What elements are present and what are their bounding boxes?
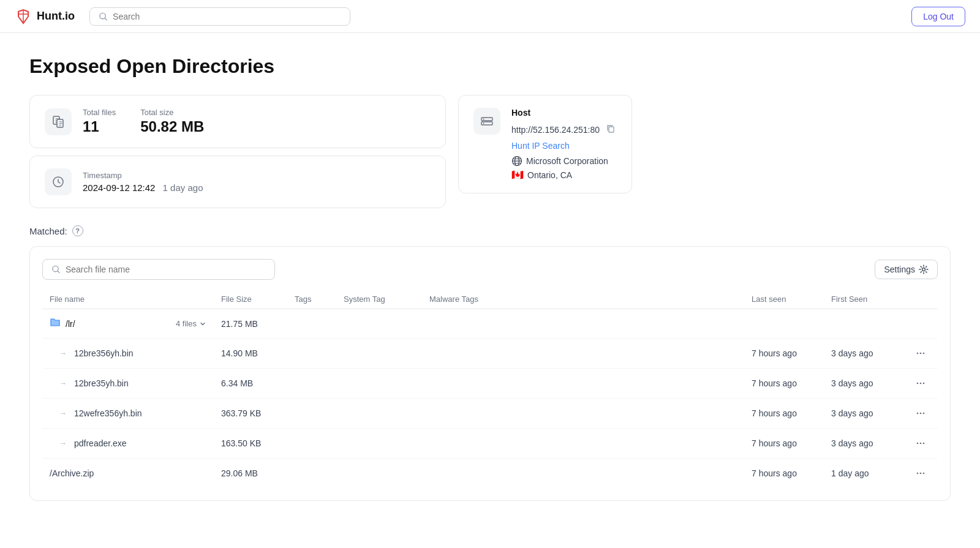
last-seen-cell: 7 hours ago (744, 459, 824, 489)
file-name-cell: /lr/ 4 files (42, 309, 214, 339)
ellipsis-icon (916, 438, 925, 448)
total-files-stat: Total files 11 (83, 108, 116, 135)
settings-button[interactable]: Settings (875, 260, 938, 279)
file-size-cell: 6.34 MB (214, 369, 287, 399)
logout-button[interactable]: Log Out (911, 7, 965, 26)
system-tag-cell (336, 459, 422, 489)
timestamp-card: Timestamp 2024-09-12 12:42 1 day ago (29, 156, 446, 208)
ellipsis-icon (916, 378, 925, 388)
svg-point-16 (917, 383, 919, 385)
svg-point-18 (923, 383, 925, 385)
col-filename: File name (42, 290, 214, 309)
malware-tags-cell (422, 309, 744, 339)
country-flag: 🇨🇦 (511, 169, 524, 181)
svg-point-19 (917, 413, 919, 415)
table-row: /lr/ 4 files 21.75 MB (42, 309, 938, 339)
svg-point-23 (920, 443, 922, 445)
last-seen-cell (744, 309, 824, 339)
table-header-row: File name File Size Tags System Tag Malw… (42, 290, 938, 309)
file-search-input[interactable] (66, 265, 266, 274)
file-name-cell: → pdfreader.exe (42, 429, 214, 459)
total-files-label: Total files (83, 108, 116, 117)
svg-point-27 (923, 473, 925, 475)
global-search-bar[interactable] (89, 7, 350, 26)
clock-icon (45, 168, 72, 195)
col-tags: Tags (287, 290, 336, 309)
table-row: → pdfreader.exe 163.50 KB7 hours ago3 da… (42, 429, 938, 459)
svg-point-7 (483, 123, 484, 124)
global-search-input[interactable] (113, 12, 341, 21)
host-url: http://52.156.24.251:80 (511, 125, 600, 135)
file-size-cell: 14.90 MB (214, 339, 287, 369)
malware-tags-cell (422, 339, 744, 369)
hunt-ip-search-link[interactable]: Hunt IP Search (511, 141, 617, 151)
tags-cell (287, 369, 336, 399)
help-icon[interactable]: ? (72, 225, 83, 236)
file-arrow-icon: → (59, 439, 67, 448)
svg-point-13 (917, 353, 919, 355)
total-size-value: 50.82 MB (140, 118, 204, 135)
actions-cell (903, 309, 938, 339)
col-filesize: File Size (214, 290, 287, 309)
actions-cell[interactable] (903, 339, 938, 369)
info-cards-row: Total files 11 Total size 50.82 MB (29, 95, 951, 208)
matched-row: Matched: ? (29, 225, 951, 236)
logo[interactable]: Hunt.io (15, 8, 75, 25)
host-org: Microsoft Corporation (526, 156, 608, 166)
logo-text: Hunt.io (37, 10, 75, 23)
actions-cell[interactable] (903, 369, 938, 399)
last-seen-cell: 7 hours ago (744, 339, 824, 369)
settings-label: Settings (884, 265, 915, 274)
file-size-cell: 163.50 KB (214, 429, 287, 459)
actions-cell[interactable] (903, 399, 938, 429)
first-seen-cell: 1 day ago (824, 459, 903, 489)
tags-cell (287, 429, 336, 459)
actions-cell[interactable] (903, 459, 938, 489)
system-tag-cell (336, 309, 422, 339)
timestamp-body: Timestamp 2024-09-12 12:42 1 day ago (83, 171, 431, 193)
files-section: Settings File name File Size Tags System… (29, 246, 951, 501)
file-search-bar[interactable] (42, 259, 275, 280)
more-actions-button[interactable] (911, 346, 930, 361)
first-seen-cell (824, 309, 903, 339)
page-title: Exposed Open Directories (29, 55, 951, 78)
folder-icon (50, 317, 61, 331)
host-url-row: http://52.156.24.251:80 (511, 122, 617, 137)
files-icon (45, 108, 72, 135)
more-actions-button[interactable] (911, 376, 930, 391)
svg-point-6 (483, 119, 484, 120)
host-card-body: Host http://52.156.24.251:80 Hunt IP Sea… (511, 108, 617, 181)
table-row: → 12bre356yh.bin 14.90 MB7 hours ago3 da… (42, 339, 938, 369)
main-content: Exposed Open Directories Total (0, 33, 980, 523)
tags-cell (287, 459, 336, 489)
col-actions (903, 290, 938, 309)
logo-icon (15, 8, 32, 25)
ellipsis-icon (916, 348, 925, 358)
host-location: Ontario, CA (527, 170, 572, 180)
svg-point-21 (923, 413, 925, 415)
copy-url-button[interactable] (605, 122, 617, 137)
more-actions-button[interactable] (911, 436, 930, 451)
svg-point-17 (920, 383, 922, 385)
more-actions-button[interactable] (911, 466, 930, 481)
svg-point-12 (922, 268, 925, 271)
file-size-cell: 21.75 MB (214, 309, 287, 339)
table-row: → 12wefre356yh.bin 363.79 KB7 hours ago3… (42, 399, 938, 429)
first-seen-cell: 3 days ago (824, 369, 903, 399)
tags-cell (287, 339, 336, 369)
host-location-row: 🇨🇦 Ontario, CA (511, 169, 617, 181)
last-seen-cell: 7 hours ago (744, 369, 824, 399)
system-tag-cell (336, 429, 422, 459)
files-header: Settings (42, 259, 938, 280)
org-icon (511, 156, 522, 167)
col-malwaretag: Malware Tags (422, 290, 744, 309)
file-search-icon (51, 265, 61, 274)
file-arrow-icon: → (59, 349, 67, 358)
more-actions-button[interactable] (911, 406, 930, 421)
header: Hunt.io Log Out (0, 0, 980, 33)
total-size-label: Total size (140, 108, 204, 117)
actions-cell[interactable] (903, 429, 938, 459)
table-row: /Archive.zip 29.06 MB7 hours ago1 day ag… (42, 459, 938, 489)
tags-cell (287, 309, 336, 339)
svg-point-22 (917, 443, 919, 445)
